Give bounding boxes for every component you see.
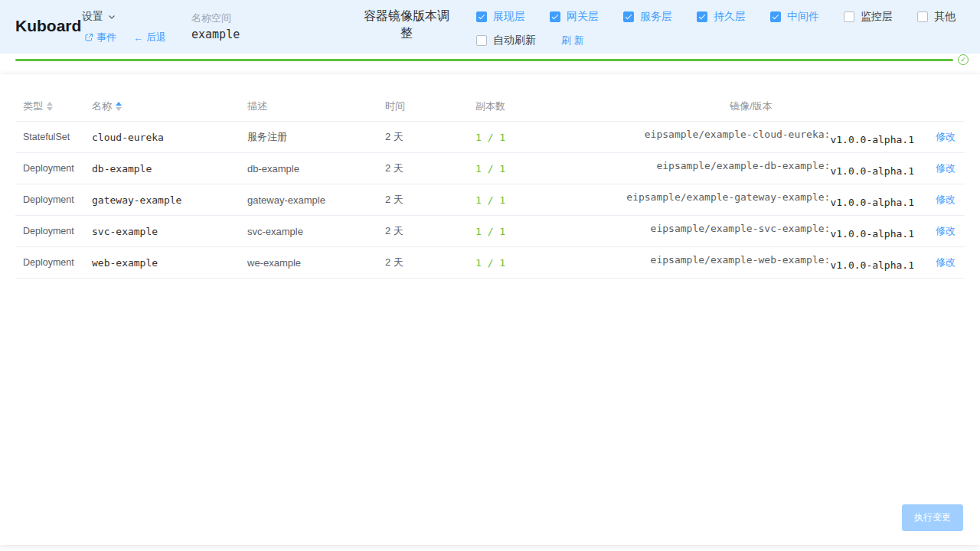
cell-type: Deployment [15, 257, 92, 268]
layer-filter-label: 监控层 [861, 10, 893, 24]
cell-action: 修改 [920, 130, 965, 144]
layer-filter-label: 服务层 [640, 10, 672, 24]
success-check-icon: ✓ [958, 54, 969, 65]
table-row: Deployment gateway-example gateway-examp… [15, 184, 965, 216]
table-header-row: 类型 名称 描述 时间 副本数 镜像/版本 [15, 91, 965, 122]
cell-desc: 服务注册 [247, 130, 385, 144]
checkbox-icon [697, 11, 707, 22]
layer-filter-item[interactable]: 其他 [917, 10, 956, 24]
cell-name: db-example [92, 163, 247, 174]
layer-filters: 展现层 网关层 服务层 持久层 中间件 监控层 其他 [476, 10, 956, 24]
cell-replicas: 1 / 1 [475, 163, 582, 174]
cell-desc: gateway-example [247, 194, 385, 206]
column-header-image: 镜像/版本 [582, 99, 920, 113]
back-label: 后退 [146, 31, 166, 44]
page-title: 容器镜像版本调整 [360, 8, 453, 41]
settings-menu[interactable]: 设置 [82, 10, 116, 24]
arrow-left-icon: ← [133, 32, 143, 44]
refresh-link[interactable]: 刷 新 [561, 34, 584, 47]
checkbox-icon [917, 11, 928, 22]
sort-icon[interactable] [116, 102, 122, 111]
cell-action: 修改 [920, 161, 965, 175]
cell-action: 修改 [920, 256, 965, 269]
sort-icon[interactable] [47, 102, 53, 111]
cell-replicas: 1 / 1 [475, 226, 582, 237]
cell-name: svc-example [92, 226, 247, 237]
cell-image: eipsample/example-cloud-eureka:v1.0.0-al… [582, 132, 920, 143]
cell-type: Deployment [15, 163, 92, 174]
cell-action: 修改 [920, 193, 965, 207]
modify-link[interactable]: 修改 [936, 131, 956, 142]
cell-name: web-example [92, 257, 247, 269]
column-header-time: 时间 [385, 99, 475, 113]
cell-time: 2 天 [385, 130, 475, 144]
layer-filter-label: 中间件 [787, 10, 819, 24]
modify-link[interactable]: 修改 [936, 194, 956, 205]
events-link[interactable]: 事件 [84, 31, 116, 44]
checkbox-icon [623, 11, 634, 22]
auto-refresh-checkbox[interactable]: 自动刷新 [476, 34, 536, 47]
layer-filter-item[interactable]: 展现层 [476, 10, 525, 24]
layer-filter-item[interactable]: 监控层 [844, 10, 893, 24]
app-header: Kuboard 设置 事件 ← 后退 名称空间 example 容器镜像版本调整… [0, 0, 980, 54]
checkbox-icon [550, 11, 560, 22]
settings-label: 设置 [82, 10, 103, 24]
checkbox-icon [844, 11, 854, 22]
cell-type: Deployment [15, 226, 92, 236]
table-row: Deployment svc-example svc-example 2 天 1… [15, 216, 965, 247]
column-header-type[interactable]: 类型 [15, 99, 92, 113]
checkbox-icon [770, 11, 781, 22]
layer-filter-item[interactable]: 持久层 [697, 10, 746, 24]
table-row: Deployment db-example db-example 2 天 1 /… [15, 153, 965, 184]
apply-changes-button[interactable]: 执行变更 [902, 504, 963, 531]
subnav: 事件 ← 后退 [84, 31, 166, 44]
external-link-icon [84, 33, 93, 42]
layer-filter-item[interactable]: 网关层 [550, 10, 599, 24]
cell-time: 2 天 [385, 161, 475, 175]
modify-link[interactable]: 修改 [936, 162, 956, 174]
cell-desc: we-example [247, 257, 385, 269]
layer-filter-item[interactable]: 中间件 [770, 10, 819, 24]
back-link[interactable]: ← 后退 [133, 31, 166, 44]
cell-replicas: 1 / 1 [475, 132, 582, 143]
events-label: 事件 [96, 31, 116, 44]
namespace-label: 名称空间 [191, 11, 231, 25]
cell-type: Deployment [15, 194, 92, 205]
cell-replicas: 1 / 1 [475, 257, 582, 269]
cell-time: 2 天 [385, 193, 475, 207]
progress-bar [15, 59, 953, 61]
cell-image: eipsample/example-svc-example:v1.0.0-alp… [582, 226, 920, 237]
layer-filter-label: 持久层 [714, 10, 746, 24]
cell-replicas: 1 / 1 [475, 194, 582, 206]
app-logo[interactable]: Kuboard [15, 17, 81, 35]
namespace-value: example [191, 28, 240, 41]
modify-link[interactable]: 修改 [936, 225, 956, 236]
checkbox-icon [476, 11, 487, 22]
column-header-name[interactable]: 名称 [92, 99, 247, 113]
cell-image: eipsample/example-web-example:v1.0.0-alp… [582, 257, 920, 269]
table-row: Deployment web-example we-example 2 天 1 … [15, 247, 965, 279]
column-header-desc: 描述 [247, 99, 385, 113]
modify-link[interactable]: 修改 [936, 256, 956, 268]
layer-filter-label: 其他 [934, 10, 956, 24]
layer-filter-item[interactable]: 服务层 [623, 10, 672, 24]
auto-refresh-label: 自动刷新 [493, 34, 536, 47]
chevron-down-icon [107, 12, 116, 21]
checkbox-icon [476, 35, 487, 46]
layer-filter-label: 展现层 [493, 10, 525, 24]
cell-desc: svc-example [247, 226, 385, 237]
cell-type: StatefulSet [15, 132, 92, 142]
cell-image: eipsample/example-db-example:v1.0.0-alph… [582, 163, 920, 174]
cell-name: cloud-eureka [92, 132, 247, 143]
cell-time: 2 天 [385, 256, 475, 269]
table-row: StatefulSet cloud-eureka 服务注册 2 天 1 / 1 … [15, 122, 965, 153]
cell-action: 修改 [920, 224, 965, 238]
workloads-card: 类型 名称 描述 时间 副本数 镜像/版本 StatefulSet cloud-… [0, 74, 980, 545]
cell-desc: db-example [247, 163, 385, 174]
layer-filter-label: 网关层 [567, 10, 599, 24]
workloads-table: 类型 名称 描述 时间 副本数 镜像/版本 StatefulSet cloud-… [15, 91, 965, 279]
cell-name: gateway-example [92, 194, 247, 206]
refresh-controls: 自动刷新 刷 新 [476, 34, 584, 47]
cell-time: 2 天 [385, 224, 475, 238]
column-header-replicas: 副本数 [475, 99, 582, 113]
